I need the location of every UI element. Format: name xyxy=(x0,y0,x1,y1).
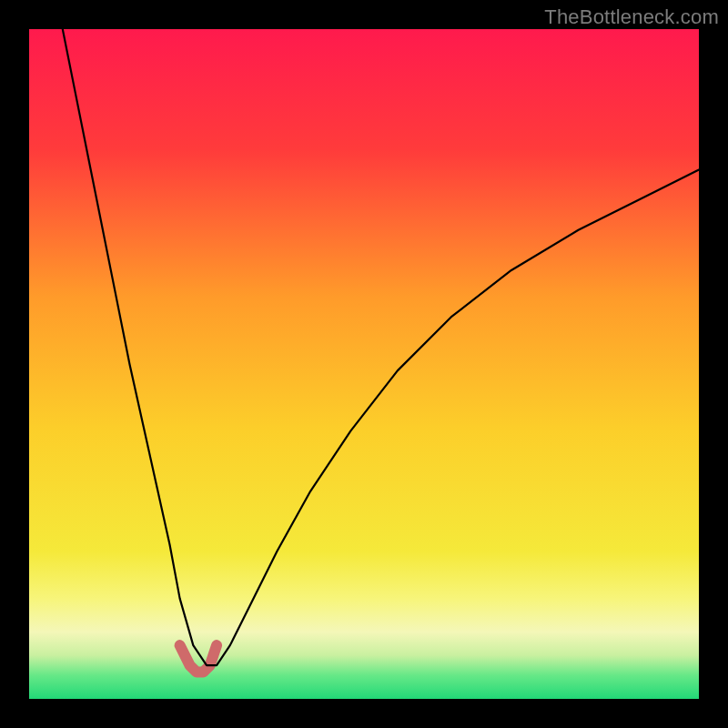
curve-layer xyxy=(29,29,699,699)
optimal-band-line xyxy=(180,645,217,672)
plot-area xyxy=(29,29,699,699)
bottleneck-curve-line xyxy=(63,29,699,665)
chart-frame: TheBottleneck.com xyxy=(0,0,728,728)
watermark-text: TheBottleneck.com xyxy=(544,5,719,29)
